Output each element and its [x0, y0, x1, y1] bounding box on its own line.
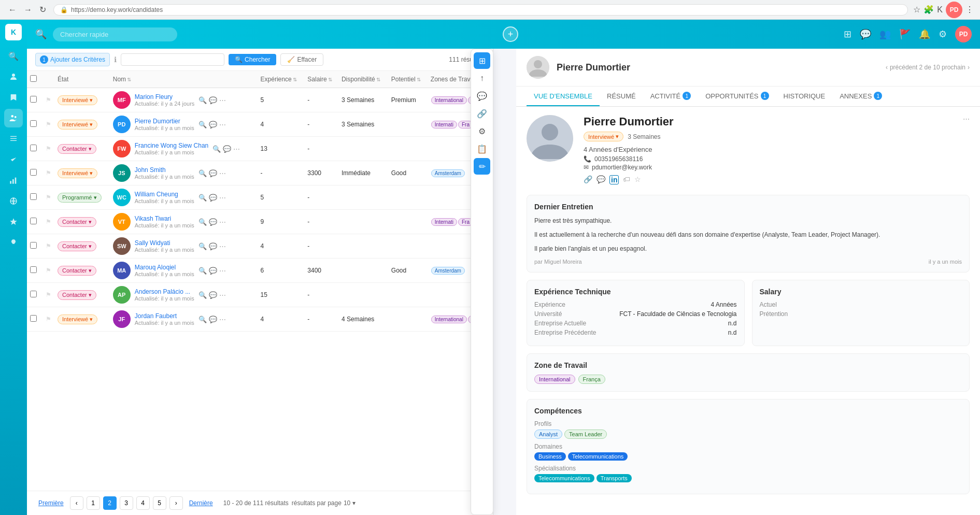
row-checkbox[interactable]: [30, 266, 37, 273]
sidebar-item-check[interactable]: [4, 150, 23, 169]
ctx-item-arrow[interactable]: ↑: [474, 70, 490, 87]
first-page-button[interactable]: Première: [35, 496, 67, 510]
status-badge[interactable]: Contacter ▾: [58, 290, 96, 300]
page-5-button[interactable]: 5: [153, 496, 166, 510]
search-button[interactable]: 🔍 Chercher: [229, 54, 276, 65]
extensions[interactable]: 🧩: [924, 5, 934, 15]
user-avatar[interactable]: PD: [946, 2, 962, 18]
page-2-button[interactable]: 2: [103, 496, 117, 510]
info-icon[interactable]: ℹ: [114, 55, 117, 64]
candidate-name[interactable]: Jordan Faubert: [135, 312, 194, 320]
sidebar-item-user[interactable]: [4, 67, 23, 86]
bell-icon[interactable]: 🔔: [919, 28, 930, 40]
sidebar-item-globe[interactable]: [4, 192, 23, 210]
sidebar-item-chart[interactable]: [4, 171, 23, 190]
select-all-checkbox[interactable]: [30, 75, 37, 82]
row-flag-icon[interactable]: ⚑: [46, 316, 51, 323]
candidate-name[interactable]: Pierre Dumortier: [135, 118, 194, 125]
ctx-item-link[interactable]: 🔗: [474, 105, 490, 122]
settings-icon[interactable]: ⚙: [939, 28, 947, 40]
candidate-name[interactable]: William Cheung: [135, 191, 194, 198]
row-checkbox[interactable]: [30, 120, 37, 127]
sidebar-item-bookmark[interactable]: [4, 88, 23, 107]
add-button[interactable]: +: [503, 26, 518, 42]
page-1-button[interactable]: 1: [87, 496, 100, 510]
row-checkbox[interactable]: [30, 169, 37, 176]
more-action[interactable]: ⋯: [219, 194, 226, 202]
ctx-item-grid[interactable]: ⊞: [474, 52, 490, 69]
more-action[interactable]: ⋯: [219, 242, 226, 250]
page-4-button[interactable]: 4: [136, 496, 150, 510]
row-flag-icon[interactable]: ⚑: [46, 291, 51, 298]
sidebar-item-bulb[interactable]: [4, 233, 23, 252]
status-badge[interactable]: Contacter ▾: [58, 217, 96, 227]
candidate-name[interactable]: Francine Wong Siew Chan: [135, 142, 209, 149]
row-checkbox[interactable]: [30, 242, 37, 249]
more-action[interactable]: ⋯: [219, 218, 226, 226]
row-flag-icon[interactable]: ⚑: [46, 96, 51, 104]
last-page-button[interactable]: Dernière: [186, 496, 216, 510]
salaire-header[interactable]: Salaire ⇅: [304, 71, 338, 88]
status-badge[interactable]: Interviewé ▾: [58, 95, 97, 105]
candidate-name[interactable]: Marouq Aloqiel: [135, 264, 194, 271]
tab-activite[interactable]: ACTIVITÉ 1: [643, 87, 699, 106]
row-checkbox[interactable]: [30, 291, 37, 297]
candidate-name[interactable]: John Smith: [135, 166, 194, 174]
tab-annexes[interactable]: ANNEXES 1: [832, 87, 889, 106]
profile-chat-icon[interactable]: 💬: [596, 175, 605, 184]
tab-historique[interactable]: HISTORIQUE: [776, 87, 833, 106]
status-badge[interactable]: Interviewé ▾: [58, 120, 97, 130]
search-action[interactable]: 🔍: [198, 121, 207, 128]
profile-status-badge[interactable]: Interviewé ▾: [584, 132, 623, 141]
sidebar-item-search[interactable]: 🔍: [4, 47, 23, 65]
profile-linkedin-icon[interactable]: in: [609, 175, 619, 184]
chat-action[interactable]: 💬: [209, 169, 217, 177]
row-checkbox[interactable]: [30, 315, 37, 322]
status-badge[interactable]: Programmé ▾: [58, 193, 102, 203]
search-action[interactable]: 🔍: [198, 316, 207, 323]
row-flag-icon[interactable]: ⚑: [46, 145, 51, 152]
search-action[interactable]: 🔍: [198, 96, 207, 104]
prev-page-button[interactable]: ‹: [70, 496, 83, 510]
chat-action[interactable]: 💬: [209, 267, 217, 275]
more-action[interactable]: ⋯: [219, 96, 226, 104]
chat-action[interactable]: 💬: [209, 291, 217, 299]
refresh-button[interactable]: ↻: [37, 4, 48, 16]
page-3-button[interactable]: 3: [120, 496, 133, 510]
clear-button[interactable]: 🧹 Effacer: [280, 53, 323, 66]
chat-action[interactable]: 💬: [209, 96, 217, 104]
back-button[interactable]: ←: [6, 4, 19, 16]
flag-icon[interactable]: 🚩: [899, 28, 911, 40]
chat-action[interactable]: 💬: [209, 316, 217, 323]
etat-header[interactable]: État: [54, 71, 110, 88]
profile-k[interactable]: K: [937, 5, 943, 15]
chat-icon[interactable]: 💬: [860, 28, 871, 40]
search-action[interactable]: 🔍: [198, 242, 207, 250]
profile-link-icon[interactable]: 🔗: [584, 175, 592, 184]
row-flag-icon[interactable]: ⚑: [46, 121, 51, 128]
ctx-item-edit[interactable]: ✏: [474, 158, 490, 175]
experience-header[interactable]: Expérience ⇅: [258, 71, 305, 88]
forward-button[interactable]: →: [22, 4, 34, 16]
candidate-name[interactable]: Anderson Palácio ...: [135, 288, 194, 295]
profile-bookmark-icon[interactable]: 🏷: [623, 175, 630, 184]
quick-search-input[interactable]: [53, 27, 177, 41]
search-action[interactable]: 🔍: [198, 267, 207, 275]
row-flag-icon[interactable]: ⚑: [46, 169, 51, 177]
more-action[interactable]: ⋯: [219, 169, 226, 177]
candidate-name[interactable]: Sally Widyati: [135, 239, 194, 247]
dispo-header[interactable]: Disponibilité ⇅: [338, 71, 388, 88]
row-checkbox[interactable]: [30, 193, 37, 200]
users-icon[interactable]: 👥: [879, 28, 891, 40]
prev-candidate[interactable]: ‹: [886, 64, 888, 71]
search-action[interactable]: 🔍: [198, 194, 207, 202]
chat-action[interactable]: 💬: [209, 121, 217, 128]
sidebar-item-candidates[interactable]: [4, 109, 23, 127]
address-bar[interactable]: 🔒 https://demo.key.work/candidates: [53, 4, 908, 16]
chat-action[interactable]: 💬: [223, 145, 231, 153]
search-action[interactable]: 🔍: [198, 218, 207, 226]
row-flag-icon[interactable]: ⚑: [46, 242, 51, 250]
nom-header[interactable]: Nom ⇅: [110, 71, 258, 88]
browser-navigation[interactable]: ← → ↻: [6, 4, 48, 16]
filter-search-input[interactable]: [121, 53, 224, 66]
